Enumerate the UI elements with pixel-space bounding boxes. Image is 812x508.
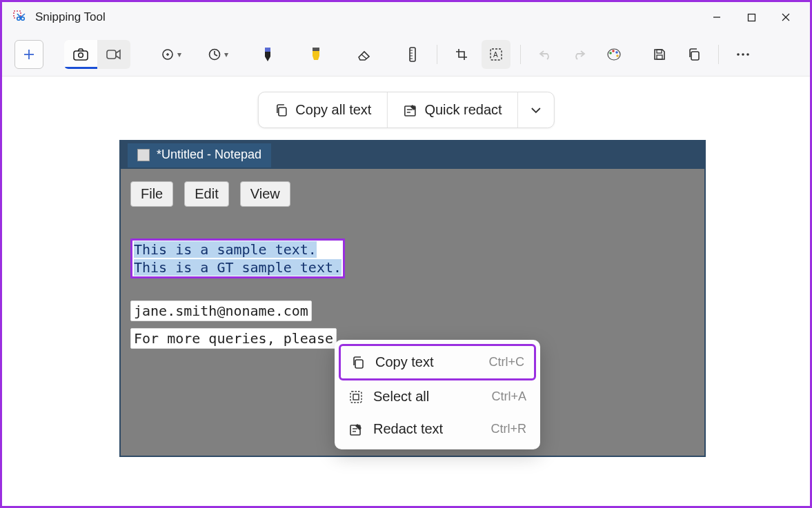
- photo-mode-button[interactable]: [64, 40, 97, 69]
- chevron-down-icon: ▾: [177, 50, 181, 59]
- toolbar-separator: [520, 45, 521, 64]
- context-copy-label: Copy text: [375, 354, 433, 370]
- notepad-icon: [137, 149, 150, 161]
- copy-all-text-label: Copy all text: [295, 102, 371, 118]
- svg-rect-41: [278, 108, 286, 116]
- ocr-text-email[interactable]: jane.smith@noname.com: [130, 301, 312, 321]
- text-actions-button[interactable]: A: [482, 40, 511, 69]
- chevron-down-icon: ▾: [224, 50, 228, 59]
- eraser-tool-button[interactable]: [350, 40, 379, 69]
- crop-tool-button[interactable]: [447, 40, 476, 69]
- redact-icon: [402, 103, 417, 117]
- notepad-titlebar: *Untitled - Notepad: [121, 141, 704, 169]
- selected-line-1: This is a sample text.: [134, 241, 317, 258]
- quick-redact-label: Quick redact: [424, 102, 502, 118]
- toolbar: ▾ ▾ A: [2, 32, 810, 77]
- context-copy-shortcut: Ctrl+C: [488, 355, 524, 369]
- selected-line-2: This is a GT sample text.: [134, 259, 341, 276]
- context-select-all-label: Select all: [373, 389, 429, 405]
- notepad-tab-title: *Untitled - Notepad: [157, 148, 261, 162]
- close-button[interactable]: [769, 3, 803, 31]
- svg-rect-46: [350, 392, 362, 403]
- svg-point-31: [609, 52, 612, 54]
- titlebar: Snipping Tool: [2, 2, 810, 32]
- svg-line-19: [215, 54, 217, 56]
- text-actions-dropdown[interactable]: [518, 92, 554, 128]
- svg-point-40: [746, 53, 749, 56]
- edit-in-paint-button[interactable]: [600, 40, 628, 69]
- svg-rect-6: [748, 14, 755, 21]
- svg-rect-47: [353, 394, 359, 400]
- toolbar-separator: [437, 45, 437, 64]
- highlighter-tool-button[interactable]: [301, 40, 330, 69]
- svg-line-22: [362, 54, 366, 59]
- copy-button[interactable]: [680, 40, 709, 69]
- snipping-tool-icon: [13, 10, 27, 24]
- context-menu: Copy text Ctrl+C Select all Ctrl+A Redac…: [335, 340, 540, 449]
- save-button[interactable]: [645, 40, 674, 69]
- context-select-all[interactable]: Select all Ctrl+A: [339, 380, 536, 413]
- svg-rect-45: [355, 360, 363, 368]
- svg-point-34: [616, 54, 619, 57]
- notepad-menu: File Edit View: [121, 169, 704, 219]
- select-all-icon: [348, 390, 364, 404]
- redo-button[interactable]: [565, 40, 594, 69]
- notepad-edit-menu: Edit: [184, 181, 228, 207]
- chevron-down-icon: [531, 107, 542, 114]
- content-area: Copy all text Quick redact *Untitled - N…: [2, 77, 810, 506]
- svg-rect-36: [657, 55, 662, 59]
- more-button[interactable]: [729, 40, 757, 69]
- svg-rect-20: [265, 48, 270, 52]
- svg-rect-23: [410, 48, 415, 61]
- pen-tool-button[interactable]: [253, 40, 282, 69]
- svg-rect-13: [107, 50, 116, 59]
- svg-text:A: A: [493, 51, 498, 59]
- new-snip-button[interactable]: [14, 40, 43, 69]
- text-actions-bar: Copy all text Quick redact: [257, 92, 554, 128]
- ocr-text-line[interactable]: For more queries, please: [130, 328, 337, 349]
- context-redact-label: Redact text: [373, 421, 443, 437]
- context-copy-text[interactable]: Copy text Ctrl+C: [339, 344, 536, 380]
- svg-point-33: [615, 51, 618, 54]
- redact-icon: [348, 423, 364, 436]
- notepad-file-menu: File: [130, 181, 173, 207]
- undo-button[interactable]: [531, 40, 560, 69]
- ruler-tool-button[interactable]: [398, 40, 427, 69]
- maximize-button[interactable]: [734, 3, 769, 31]
- quick-redact-button[interactable]: Quick redact: [387, 92, 517, 128]
- notepad-tab: *Untitled - Notepad: [128, 143, 271, 167]
- minimize-button[interactable]: [700, 3, 734, 31]
- notepad-view-menu: View: [240, 181, 290, 207]
- svg-point-38: [737, 53, 740, 56]
- toolbar-separator: [718, 45, 719, 64]
- svg-rect-37: [691, 52, 699, 60]
- mode-toggle[interactable]: [64, 40, 130, 69]
- delay-dropdown[interactable]: ▾: [204, 40, 232, 69]
- context-redact-shortcut: Ctrl+R: [491, 422, 526, 436]
- copy-all-text-button[interactable]: Copy all text: [258, 92, 386, 128]
- app-title: Snipping Tool: [35, 10, 106, 24]
- context-redact-text[interactable]: Redact text Ctrl+R: [339, 413, 536, 445]
- video-mode-button[interactable]: [97, 40, 130, 69]
- copy-icon: [273, 103, 288, 117]
- svg-point-39: [742, 53, 744, 56]
- svg-rect-21: [313, 48, 319, 51]
- copy-icon: [350, 356, 366, 369]
- context-select-all-shortcut: Ctrl+A: [491, 389, 526, 404]
- selected-text-block[interactable]: This is a sample text. This is a GT samp…: [130, 238, 345, 278]
- svg-point-32: [612, 50, 615, 52]
- snip-shape-dropdown[interactable]: ▾: [157, 40, 186, 69]
- svg-point-12: [79, 52, 83, 57]
